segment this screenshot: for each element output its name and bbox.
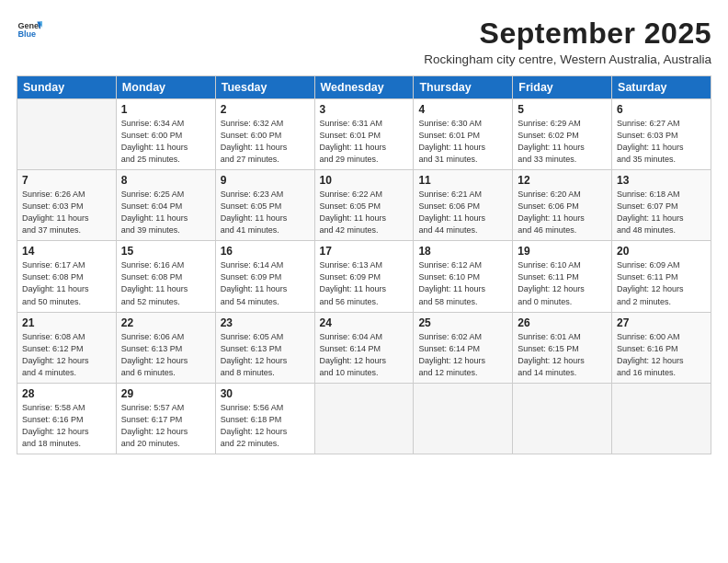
day-number: 19: [518, 245, 607, 258]
subtitle: Rockingham city centre, Western Australi…: [424, 52, 711, 66]
day-number: 6: [617, 103, 706, 116]
day-info: Sunrise: 6:29 AM Sunset: 6:02 PM Dayligh…: [518, 118, 607, 166]
calendar-cell-3-5: 26Sunrise: 6:01 AM Sunset: 6:15 PM Dayli…: [513, 312, 612, 383]
day-number: 29: [121, 387, 210, 400]
calendar-cell-1-2: 9Sunrise: 6:23 AM Sunset: 6:05 PM Daylig…: [215, 170, 314, 241]
day-number: 2: [221, 103, 310, 116]
page: General Blue September 2025 Rockingham c…: [0, 0, 728, 464]
title-block: September 2025 Rockingham city centre, W…: [424, 17, 711, 66]
day-number: 22: [121, 316, 210, 329]
calendar-cell-4-0: 28Sunrise: 5:58 AM Sunset: 6:16 PM Dayli…: [17, 383, 117, 454]
day-info: Sunrise: 6:18 AM Sunset: 6:07 PM Dayligh…: [617, 189, 706, 236]
day-info: Sunrise: 5:56 AM Sunset: 6:18 PM Dayligh…: [221, 402, 310, 450]
day-info: Sunrise: 6:21 AM Sunset: 6:06 PM Dayligh…: [418, 189, 507, 236]
col-friday: Friday: [513, 76, 612, 99]
day-info: Sunrise: 6:34 AM Sunset: 6:00 PM Dayligh…: [121, 118, 210, 166]
day-info: Sunrise: 6:14 AM Sunset: 6:09 PM Dayligh…: [221, 259, 310, 307]
month-title: September 2025: [424, 17, 711, 51]
day-number: 18: [418, 245, 507, 258]
calendar-cell-0-2: 2Sunrise: 6:32 AM Sunset: 6:00 PM Daylig…: [215, 99, 314, 170]
col-sunday: Sunday: [17, 76, 117, 99]
col-tuesday: Tuesday: [215, 76, 314, 99]
calendar-cell-1-1: 8Sunrise: 6:25 AM Sunset: 6:04 PM Daylig…: [116, 170, 215, 241]
day-info: Sunrise: 6:20 AM Sunset: 6:06 PM Dayligh…: [518, 189, 607, 236]
calendar-cell-3-3: 24Sunrise: 6:04 AM Sunset: 6:14 PM Dayli…: [314, 312, 414, 383]
day-info: Sunrise: 6:16 AM Sunset: 6:08 PM Dayligh…: [121, 259, 210, 307]
day-number: 15: [121, 245, 210, 258]
calendar-cell-1-5: 12Sunrise: 6:20 AM Sunset: 6:06 PM Dayli…: [513, 170, 612, 241]
logo: General Blue: [17, 17, 44, 42]
calendar-cell-2-0: 14Sunrise: 6:17 AM Sunset: 6:08 PM Dayli…: [17, 241, 117, 312]
day-info: Sunrise: 6:09 AM Sunset: 6:11 PM Dayligh…: [617, 259, 706, 307]
calendar-body: 1Sunrise: 6:34 AM Sunset: 6:00 PM Daylig…: [17, 99, 711, 454]
calendar-week-2: 14Sunrise: 6:17 AM Sunset: 6:08 PM Dayli…: [17, 241, 711, 312]
day-info: Sunrise: 6:04 AM Sunset: 6:14 PM Dayligh…: [320, 331, 409, 379]
calendar-cell-4-4: [414, 383, 513, 454]
day-number: 24: [320, 316, 409, 329]
calendar-week-0: 1Sunrise: 6:34 AM Sunset: 6:00 PM Daylig…: [17, 99, 711, 170]
calendar-cell-0-4: 4Sunrise: 6:30 AM Sunset: 6:01 PM Daylig…: [414, 99, 513, 170]
calendar-cell-1-6: 13Sunrise: 6:18 AM Sunset: 6:07 PM Dayli…: [612, 170, 711, 241]
calendar-cell-2-4: 18Sunrise: 6:12 AM Sunset: 6:10 PM Dayli…: [414, 241, 513, 312]
calendar-week-1: 7Sunrise: 6:26 AM Sunset: 6:03 PM Daylig…: [17, 170, 711, 241]
calendar-cell-0-6: 6Sunrise: 6:27 AM Sunset: 6:03 PM Daylig…: [612, 99, 711, 170]
day-info: Sunrise: 6:23 AM Sunset: 6:05 PM Dayligh…: [221, 189, 310, 236]
calendar-cell-4-5: [513, 383, 612, 454]
calendar-cell-3-0: 21Sunrise: 6:08 AM Sunset: 6:12 PM Dayli…: [17, 312, 117, 383]
day-number: 1: [121, 103, 210, 116]
day-number: 9: [221, 174, 310, 187]
calendar-cell-1-3: 10Sunrise: 6:22 AM Sunset: 6:05 PM Dayli…: [314, 170, 414, 241]
day-info: Sunrise: 6:13 AM Sunset: 6:09 PM Dayligh…: [320, 259, 409, 307]
day-number: 23: [221, 316, 310, 329]
calendar-week-4: 28Sunrise: 5:58 AM Sunset: 6:16 PM Dayli…: [17, 383, 711, 454]
day-number: 25: [418, 316, 507, 329]
day-info: Sunrise: 6:26 AM Sunset: 6:03 PM Dayligh…: [22, 189, 111, 236]
day-info: Sunrise: 6:06 AM Sunset: 6:13 PM Dayligh…: [121, 331, 210, 379]
calendar-cell-3-1: 22Sunrise: 6:06 AM Sunset: 6:13 PM Dayli…: [116, 312, 215, 383]
day-info: Sunrise: 6:31 AM Sunset: 6:01 PM Dayligh…: [320, 118, 409, 166]
day-number: 3: [320, 103, 409, 116]
day-info: Sunrise: 6:12 AM Sunset: 6:10 PM Dayligh…: [418, 259, 507, 307]
calendar-cell-2-5: 19Sunrise: 6:10 AM Sunset: 6:11 PM Dayli…: [513, 241, 612, 312]
calendar-cell-4-2: 30Sunrise: 5:56 AM Sunset: 6:18 PM Dayli…: [215, 383, 314, 454]
day-info: Sunrise: 6:05 AM Sunset: 6:13 PM Dayligh…: [221, 331, 310, 379]
day-info: Sunrise: 6:30 AM Sunset: 6:01 PM Dayligh…: [418, 118, 507, 166]
calendar-cell-2-6: 20Sunrise: 6:09 AM Sunset: 6:11 PM Dayli…: [612, 241, 711, 312]
day-info: Sunrise: 6:02 AM Sunset: 6:14 PM Dayligh…: [418, 331, 507, 379]
calendar-cell-4-6: [612, 383, 711, 454]
day-number: 11: [418, 174, 507, 187]
day-number: 30: [221, 387, 310, 400]
day-info: Sunrise: 6:01 AM Sunset: 6:15 PM Dayligh…: [518, 331, 607, 379]
col-wednesday: Wednesday: [314, 76, 414, 99]
day-info: Sunrise: 6:00 AM Sunset: 6:16 PM Dayligh…: [617, 331, 706, 379]
day-number: 14: [22, 245, 111, 258]
day-number: 7: [22, 174, 111, 187]
calendar-cell-0-5: 5Sunrise: 6:29 AM Sunset: 6:02 PM Daylig…: [513, 99, 612, 170]
day-number: 27: [617, 316, 706, 329]
day-info: Sunrise: 5:57 AM Sunset: 6:17 PM Dayligh…: [121, 402, 210, 450]
day-number: 13: [617, 174, 706, 187]
calendar-cell-2-2: 16Sunrise: 6:14 AM Sunset: 6:09 PM Dayli…: [215, 241, 314, 312]
day-number: 4: [418, 103, 507, 116]
day-number: 16: [221, 245, 310, 258]
calendar-cell-0-3: 3Sunrise: 6:31 AM Sunset: 6:01 PM Daylig…: [314, 99, 414, 170]
day-info: Sunrise: 6:32 AM Sunset: 6:00 PM Dayligh…: [221, 118, 310, 166]
day-number: 21: [22, 316, 111, 329]
col-thursday: Thursday: [414, 76, 513, 99]
day-info: Sunrise: 6:08 AM Sunset: 6:12 PM Dayligh…: [22, 331, 111, 379]
calendar-cell-4-3: [314, 383, 414, 454]
day-number: 26: [518, 316, 607, 329]
day-info: Sunrise: 6:25 AM Sunset: 6:04 PM Dayligh…: [121, 189, 210, 236]
calendar-cell-0-0: [17, 99, 117, 170]
calendar-cell-4-1: 29Sunrise: 5:57 AM Sunset: 6:17 PM Dayli…: [116, 383, 215, 454]
day-info: Sunrise: 6:10 AM Sunset: 6:11 PM Dayligh…: [518, 259, 607, 307]
calendar-week-3: 21Sunrise: 6:08 AM Sunset: 6:12 PM Dayli…: [17, 312, 711, 383]
col-saturday: Saturday: [612, 76, 711, 99]
header-row: Sunday Monday Tuesday Wednesday Thursday…: [17, 76, 711, 99]
svg-text:Blue: Blue: [17, 29, 36, 39]
day-number: 28: [22, 387, 111, 400]
calendar-cell-3-4: 25Sunrise: 6:02 AM Sunset: 6:14 PM Dayli…: [414, 312, 513, 383]
day-number: 5: [518, 103, 607, 116]
calendar-cell-3-2: 23Sunrise: 6:05 AM Sunset: 6:13 PM Dayli…: [215, 312, 314, 383]
calendar-cell-0-1: 1Sunrise: 6:34 AM Sunset: 6:00 PM Daylig…: [116, 99, 215, 170]
